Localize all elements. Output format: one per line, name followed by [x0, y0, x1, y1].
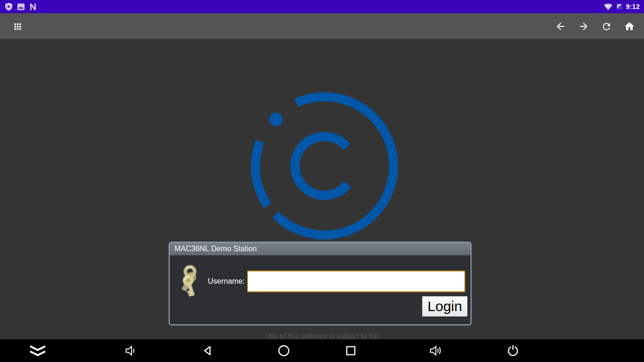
- play-protect-shield-icon: [5, 2, 13, 11]
- login-dialog: MAC36NL Demo Station: [169, 242, 471, 325]
- browser-toolbar: [0, 13, 644, 40]
- collapse-navbar-button[interactable]: [26, 339, 49, 362]
- login-button[interactable]: Login: [422, 296, 468, 317]
- refresh-icon: [601, 21, 612, 32]
- status-bar-left: [0, 2, 37, 11]
- brand-logo: [251, 92, 398, 239]
- license-notice: Use of this software is subject to the: [0, 332, 644, 339]
- browser-back-button[interactable]: [549, 15, 572, 38]
- power-button[interactable]: [502, 339, 524, 362]
- nav-home-button[interactable]: [272, 339, 295, 362]
- android-n-icon: [29, 3, 37, 11]
- screen: 9:12: [0, 0, 644, 362]
- username-label: Username:: [208, 271, 245, 292]
- wifi-icon: [603, 3, 613, 10]
- arrow-back-icon: [555, 21, 566, 32]
- volume-down-button[interactable]: [119, 339, 142, 362]
- home-icon: [624, 21, 635, 32]
- back-triangle-icon: [202, 345, 213, 356]
- status-bar-right: 9:12: [603, 3, 644, 10]
- volume-up-button[interactable]: [425, 339, 448, 362]
- dialog-title-bar: MAC36NL Demo Station: [170, 243, 471, 255]
- browser-home-button[interactable]: [618, 15, 641, 38]
- recents-square-icon: [346, 346, 356, 356]
- apps-grid-icon: [13, 22, 23, 32]
- gallery-icon: [17, 3, 25, 11]
- arrow-forward-icon: [578, 21, 589, 32]
- nav-recents-button[interactable]: [339, 339, 362, 362]
- dialog-title: MAC36NL Demo Station: [170, 245, 257, 253]
- browser-refresh-button[interactable]: [595, 15, 618, 38]
- keys-icon: [177, 264, 205, 302]
- home-circle-icon: [278, 345, 290, 357]
- browser-forward-button[interactable]: [572, 15, 595, 38]
- clock: 9:12: [626, 3, 640, 10]
- apps-grid-button[interactable]: [6, 15, 29, 38]
- android-navbar: [0, 339, 644, 362]
- nav-back-button[interactable]: [196, 339, 219, 362]
- double-chevron-down-icon: [29, 345, 47, 357]
- status-bar: 9:12: [0, 0, 644, 13]
- volume-up-icon: [429, 345, 444, 357]
- volume-down-icon: [124, 345, 137, 356]
- cellular-icon: [616, 3, 623, 10]
- username-input[interactable]: [247, 271, 465, 292]
- page-content: MAC36NL Demo Station: [0, 40, 644, 339]
- power-icon: [506, 344, 520, 357]
